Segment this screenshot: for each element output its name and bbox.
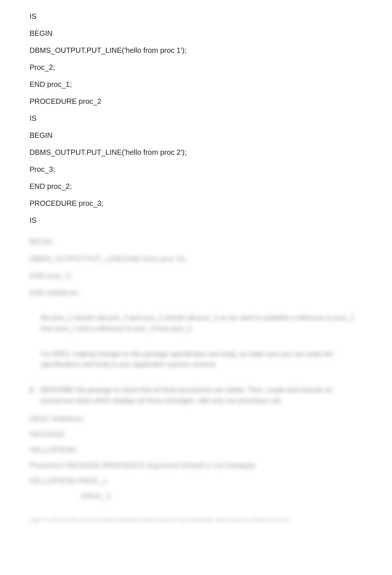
blurred-content: BEGIN DBMS_OUTPUT.PUT_LINE('hello from p… [30,237,362,523]
code-line: END proc_2; [30,181,362,191]
code-line: DBMS_OUTPUT.PUT_LINE('hello from proc 1'… [30,45,362,55]
code-line: DESC hellofrom; [30,414,362,424]
code-line: END hellofrom; [30,288,362,298]
code-line: Procedure PACKAGE BRAVIENCE Argument Def… [30,460,362,470]
item-text: DESCRIBE the package to check that all t… [40,385,362,406]
code-line: PROCEDURE proc_2 [30,96,362,106]
describe-output: DESC hellofrom; PACKAGE HELLOFROM Proced… [30,414,362,501]
code-line: PROCEDURE proc_3; [30,198,362,208]
code-line: HELLOFROM PROC_1 [30,476,362,486]
code-line: BEGIN [30,237,362,247]
explanation-paragraphs: the proc_1 should call proc_2 and proc_2… [30,313,362,370]
code-line: IS [30,113,362,123]
code-line: IS [30,215,362,225]
code-line: IS [30,11,362,21]
code-line: END proc_1; [30,79,362,89]
code-line: Proc_2; [30,62,362,72]
page-footnote: page 2 © 2018 by Aidin Library of Oracle… [30,516,362,524]
explanation-p2: For APEX, making changes to this package… [41,349,362,370]
code-block-visible: IS BEGIN DBMS_OUTPUT.PUT_LINE('hello fro… [30,11,362,225]
code-line: END proc_3; [30,271,362,281]
code-line: DBMS_OUTPUT.PUT_LINE('hello from proc 3'… [30,254,362,264]
code-line: Proc_3; [30,164,362,174]
numbered-instruction: 2. DESCRIBE the package to check that al… [30,385,362,406]
code-line: BEGIN [30,130,362,140]
code-line: PROC_2 [30,491,362,501]
item-number: 2. [30,385,36,406]
explanation-p1: the proc_1 should call proc_2 and proc_2… [41,313,362,334]
code-line: HELLOFROM [30,445,362,455]
code-line: BEGIN [30,28,362,38]
code-line: DBMS_OUTPUT.PUT_LINE('hello from proc 2'… [30,147,362,157]
code-line: PACKAGE [30,429,362,439]
